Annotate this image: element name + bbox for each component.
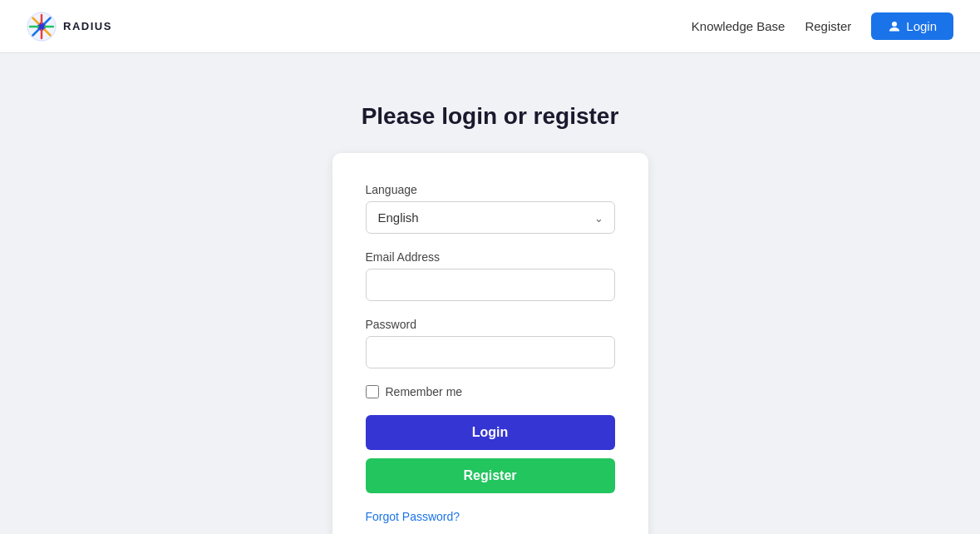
- knowledge-base-link[interactable]: Knowledge Base: [692, 19, 785, 33]
- language-group: Language English French Spanish German ⌄: [366, 183, 615, 234]
- remember-me-group: Remember me: [366, 385, 615, 398]
- login-button[interactable]: Login: [366, 415, 615, 450]
- remember-me-label[interactable]: Remember me: [386, 385, 463, 398]
- remember-me-checkbox[interactable]: [366, 385, 379, 398]
- navbar-links: Knowledge Base Register Login: [692, 12, 953, 40]
- email-input[interactable]: [366, 269, 615, 301]
- email-group: Email Address: [366, 250, 615, 301]
- forgot-password-link[interactable]: Forgot Password?: [366, 510, 615, 523]
- language-select[interactable]: English French Spanish German: [366, 201, 615, 234]
- password-input[interactable]: [366, 336, 615, 368]
- password-group: Password: [366, 318, 615, 368]
- email-label: Email Address: [366, 250, 615, 264]
- register-button[interactable]: Register: [366, 458, 615, 493]
- navbar: RADIUS Knowledge Base Register Login: [0, 0, 980, 53]
- main-content: Please login or register Language Englis…: [0, 53, 980, 534]
- language-select-wrapper: English French Spanish German ⌄: [366, 201, 615, 234]
- language-label: Language: [366, 183, 615, 196]
- brand-name: RADIUS: [63, 20, 112, 32]
- person-icon: [888, 20, 901, 33]
- password-label: Password: [366, 318, 615, 331]
- page-title: Please login or register: [362, 103, 619, 130]
- login-nav-button-label: Login: [906, 19, 937, 33]
- radius-logo-icon: [27, 12, 57, 42]
- register-nav-link[interactable]: Register: [805, 19, 851, 33]
- login-nav-button[interactable]: Login: [871, 12, 953, 40]
- brand-logo-link[interactable]: RADIUS: [27, 12, 112, 42]
- login-card: Language English French Spanish German ⌄…: [332, 153, 648, 534]
